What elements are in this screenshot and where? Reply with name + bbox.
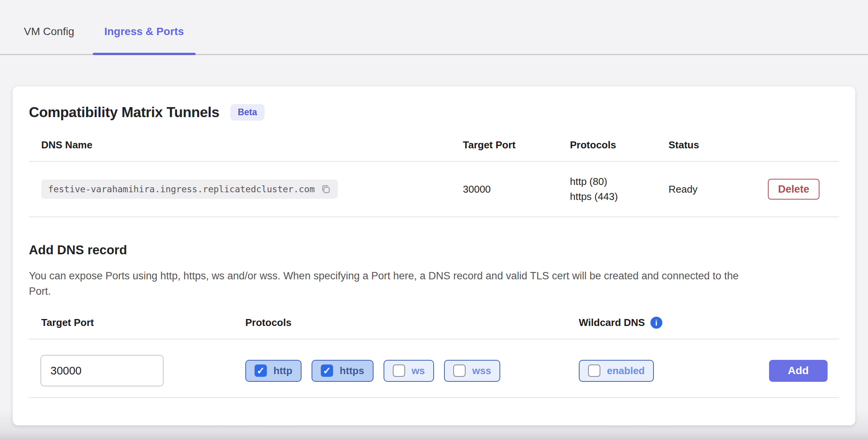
col-header-protocols: Protocols	[570, 139, 669, 151]
checkbox-enabled: ✓	[588, 364, 600, 377]
protocol-label-http: http	[273, 365, 292, 377]
add-dns-form-row: ✓ http ✓ https ✓ ws ✓ wss ✓ enabled Add	[29, 339, 839, 398]
dns-name-text: festive-varahamihira.ingress.replicatedc…	[48, 184, 315, 194]
dns-name-cell: festive-varahamihira.ingress.replicatedc…	[29, 180, 463, 199]
checkbox-ws: ✓	[393, 364, 405, 377]
protocols-cell: http (80) https (443)	[570, 174, 669, 204]
form-header-target-port: Target Port	[29, 317, 233, 329]
table-row: festive-varahamihira.ingress.replicatedc…	[29, 162, 839, 217]
wildcard-enabled-checkbox[interactable]: ✓ enabled	[579, 360, 654, 382]
protocol-checkbox-https[interactable]: ✓ https	[312, 360, 374, 382]
protocol-label-wss: wss	[472, 365, 491, 377]
col-header-status: Status	[669, 139, 768, 151]
col-header-dns-name: DNS Name	[29, 139, 463, 151]
target-port-input[interactable]	[40, 355, 164, 386]
checkbox-wss: ✓	[453, 364, 466, 377]
tab-bar: VM Config Ingress & Ports	[0, 0, 868, 55]
status-cell: Ready	[669, 183, 768, 195]
compatibility-matrix-card: Compatibility Matrix Tunnels Beta DNS Na…	[13, 86, 855, 425]
protocol-checkbox-http[interactable]: ✓ http	[245, 360, 302, 382]
dns-name-pill: festive-varahamihira.ingress.replicatedc…	[41, 180, 338, 199]
description-line-2: Port.	[29, 284, 839, 299]
add-dns-title: Add DNS record	[29, 243, 839, 257]
protocol-checkbox-ws[interactable]: ✓ ws	[384, 360, 434, 382]
wildcard-enabled-label: enabled	[607, 365, 645, 377]
tab-vm-config[interactable]: VM Config	[24, 25, 74, 54]
form-header-protocols: Protocols	[233, 317, 566, 329]
protocol-pill-group: ✓ http ✓ https ✓ ws ✓ wss	[245, 360, 566, 382]
copy-icon[interactable]	[321, 184, 331, 194]
protocol-https: https (443)	[570, 189, 669, 204]
add-dns-description: You can expose Ports using http, https, …	[29, 268, 839, 299]
wildcard-dns-label: Wildcard DNS	[579, 317, 645, 329]
wildcard-cell: ✓ enabled	[579, 360, 732, 382]
protocol-label-https: https	[340, 365, 364, 377]
card-title: Compatibility Matrix Tunnels	[29, 104, 220, 121]
target-port-cell: 30000	[463, 183, 570, 195]
description-line-1: You can expose Ports using http, https, …	[29, 268, 839, 284]
delete-button[interactable]: Delete	[768, 179, 819, 200]
checkbox-http: ✓	[255, 364, 267, 377]
protocol-http: http (80)	[570, 174, 669, 189]
info-icon[interactable]: i	[650, 317, 662, 329]
protocol-checkbox-wss[interactable]: ✓ wss	[444, 360, 500, 382]
beta-badge: Beta	[230, 104, 265, 121]
tunnels-table-header: DNS Name Target Port Protocols Status	[29, 139, 839, 162]
col-header-target-port: Target Port	[463, 139, 570, 151]
checkbox-https: ✓	[321, 364, 333, 377]
protocol-label-ws: ws	[412, 365, 425, 377]
add-button[interactable]: Add	[769, 360, 828, 382]
tab-ingress-ports[interactable]: Ingress & Ports	[93, 25, 196, 54]
target-port-field-cell	[29, 355, 233, 386]
card-title-row: Compatibility Matrix Tunnels Beta	[29, 104, 839, 121]
add-dns-form-header: Target Port Protocols Wildcard DNS i	[29, 317, 839, 339]
form-header-wildcard: Wildcard DNS i	[566, 317, 732, 329]
